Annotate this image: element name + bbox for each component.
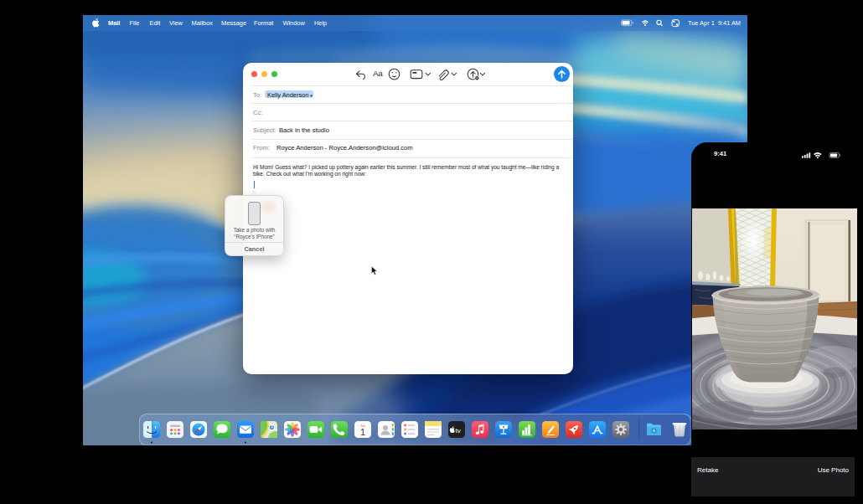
svg-text:tv: tv bbox=[455, 427, 460, 435]
svg-text:1: 1 bbox=[360, 427, 365, 437]
